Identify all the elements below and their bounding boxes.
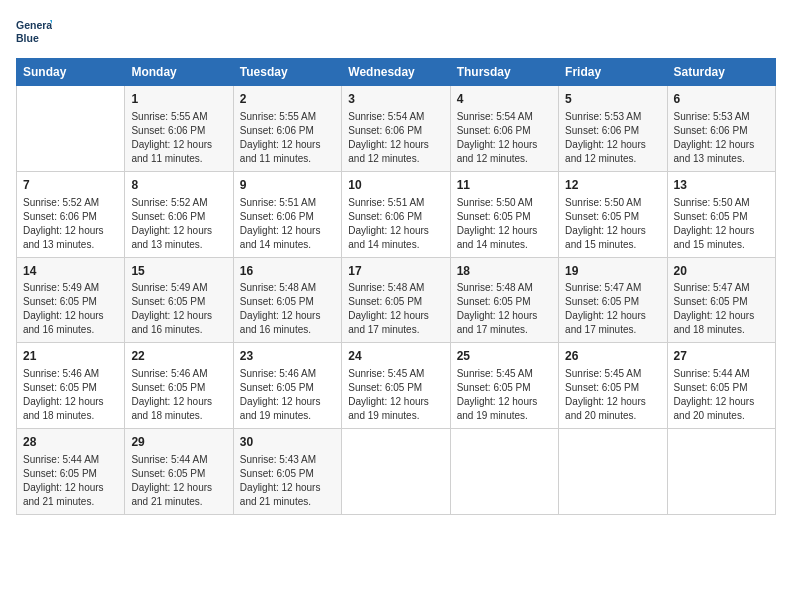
calendar-cell: 25Sunrise: 5:45 AM Sunset: 6:05 PM Dayli… [450,343,558,429]
logo-svg: General Blue [16,16,52,48]
header-cell: Wednesday [342,59,450,86]
day-info: Sunrise: 5:46 AM Sunset: 6:05 PM Dayligh… [23,367,118,423]
day-info: Sunrise: 5:45 AM Sunset: 6:05 PM Dayligh… [348,367,443,423]
day-info: Sunrise: 5:46 AM Sunset: 6:05 PM Dayligh… [131,367,226,423]
day-number: 12 [565,177,660,194]
calendar-cell: 17Sunrise: 5:48 AM Sunset: 6:05 PM Dayli… [342,257,450,343]
day-number: 26 [565,348,660,365]
day-info: Sunrise: 5:51 AM Sunset: 6:06 PM Dayligh… [240,196,335,252]
day-number: 21 [23,348,118,365]
calendar-cell: 21Sunrise: 5:46 AM Sunset: 6:05 PM Dayli… [17,343,125,429]
calendar-cell: 7Sunrise: 5:52 AM Sunset: 6:06 PM Daylig… [17,171,125,257]
day-info: Sunrise: 5:49 AM Sunset: 6:05 PM Dayligh… [23,281,118,337]
calendar-cell: 19Sunrise: 5:47 AM Sunset: 6:05 PM Dayli… [559,257,667,343]
calendar-cell: 23Sunrise: 5:46 AM Sunset: 6:05 PM Dayli… [233,343,341,429]
day-number: 16 [240,263,335,280]
calendar-cell: 13Sunrise: 5:50 AM Sunset: 6:05 PM Dayli… [667,171,775,257]
day-info: Sunrise: 5:51 AM Sunset: 6:06 PM Dayligh… [348,196,443,252]
day-info: Sunrise: 5:44 AM Sunset: 6:05 PM Dayligh… [23,453,118,509]
day-number: 5 [565,91,660,108]
calendar-cell [17,86,125,172]
day-number: 7 [23,177,118,194]
header-cell: Sunday [17,59,125,86]
calendar-cell: 29Sunrise: 5:44 AM Sunset: 6:05 PM Dayli… [125,429,233,515]
day-info: Sunrise: 5:48 AM Sunset: 6:05 PM Dayligh… [348,281,443,337]
calendar-cell: 15Sunrise: 5:49 AM Sunset: 6:05 PM Dayli… [125,257,233,343]
day-number: 13 [674,177,769,194]
day-number: 27 [674,348,769,365]
day-info: Sunrise: 5:54 AM Sunset: 6:06 PM Dayligh… [348,110,443,166]
day-number: 18 [457,263,552,280]
svg-text:General: General [16,19,52,31]
calendar-cell [667,429,775,515]
calendar-cell [559,429,667,515]
day-info: Sunrise: 5:55 AM Sunset: 6:06 PM Dayligh… [240,110,335,166]
day-info: Sunrise: 5:50 AM Sunset: 6:05 PM Dayligh… [674,196,769,252]
day-info: Sunrise: 5:45 AM Sunset: 6:05 PM Dayligh… [565,367,660,423]
day-info: Sunrise: 5:53 AM Sunset: 6:06 PM Dayligh… [565,110,660,166]
day-info: Sunrise: 5:47 AM Sunset: 6:05 PM Dayligh… [674,281,769,337]
calendar-cell: 24Sunrise: 5:45 AM Sunset: 6:05 PM Dayli… [342,343,450,429]
calendar-week-row: 21Sunrise: 5:46 AM Sunset: 6:05 PM Dayli… [17,343,776,429]
svg-text:Blue: Blue [16,32,39,44]
day-info: Sunrise: 5:53 AM Sunset: 6:06 PM Dayligh… [674,110,769,166]
header-cell: Tuesday [233,59,341,86]
day-info: Sunrise: 5:54 AM Sunset: 6:06 PM Dayligh… [457,110,552,166]
day-info: Sunrise: 5:55 AM Sunset: 6:06 PM Dayligh… [131,110,226,166]
calendar-cell: 12Sunrise: 5:50 AM Sunset: 6:05 PM Dayli… [559,171,667,257]
day-info: Sunrise: 5:43 AM Sunset: 6:05 PM Dayligh… [240,453,335,509]
calendar-cell: 14Sunrise: 5:49 AM Sunset: 6:05 PM Dayli… [17,257,125,343]
calendar-cell: 28Sunrise: 5:44 AM Sunset: 6:05 PM Dayli… [17,429,125,515]
day-number: 23 [240,348,335,365]
day-number: 22 [131,348,226,365]
day-number: 17 [348,263,443,280]
day-number: 9 [240,177,335,194]
day-number: 25 [457,348,552,365]
header-cell: Thursday [450,59,558,86]
calendar-cell: 6Sunrise: 5:53 AM Sunset: 6:06 PM Daylig… [667,86,775,172]
calendar-cell: 1Sunrise: 5:55 AM Sunset: 6:06 PM Daylig… [125,86,233,172]
day-number: 6 [674,91,769,108]
header-row: SundayMondayTuesdayWednesdayThursdayFrid… [17,59,776,86]
day-info: Sunrise: 5:47 AM Sunset: 6:05 PM Dayligh… [565,281,660,337]
calendar-cell: 8Sunrise: 5:52 AM Sunset: 6:06 PM Daylig… [125,171,233,257]
day-number: 10 [348,177,443,194]
day-info: Sunrise: 5:48 AM Sunset: 6:05 PM Dayligh… [240,281,335,337]
calendar-week-row: 7Sunrise: 5:52 AM Sunset: 6:06 PM Daylig… [17,171,776,257]
day-info: Sunrise: 5:46 AM Sunset: 6:05 PM Dayligh… [240,367,335,423]
calendar-cell: 5Sunrise: 5:53 AM Sunset: 6:06 PM Daylig… [559,86,667,172]
logo: General Blue [16,16,52,48]
day-number: 15 [131,263,226,280]
calendar-body: 1Sunrise: 5:55 AM Sunset: 6:06 PM Daylig… [17,86,776,515]
day-info: Sunrise: 5:49 AM Sunset: 6:05 PM Dayligh… [131,281,226,337]
day-info: Sunrise: 5:50 AM Sunset: 6:05 PM Dayligh… [457,196,552,252]
day-number: 14 [23,263,118,280]
calendar-week-row: 28Sunrise: 5:44 AM Sunset: 6:05 PM Dayli… [17,429,776,515]
calendar-header: SundayMondayTuesdayWednesdayThursdayFrid… [17,59,776,86]
calendar-cell: 20Sunrise: 5:47 AM Sunset: 6:05 PM Dayli… [667,257,775,343]
day-number: 29 [131,434,226,451]
day-number: 4 [457,91,552,108]
header: General Blue [16,16,776,48]
day-info: Sunrise: 5:52 AM Sunset: 6:06 PM Dayligh… [23,196,118,252]
calendar-week-row: 1Sunrise: 5:55 AM Sunset: 6:06 PM Daylig… [17,86,776,172]
calendar-cell: 11Sunrise: 5:50 AM Sunset: 6:05 PM Dayli… [450,171,558,257]
calendar-cell: 22Sunrise: 5:46 AM Sunset: 6:05 PM Dayli… [125,343,233,429]
day-number: 28 [23,434,118,451]
day-number: 1 [131,91,226,108]
header-cell: Friday [559,59,667,86]
calendar-cell: 27Sunrise: 5:44 AM Sunset: 6:05 PM Dayli… [667,343,775,429]
day-info: Sunrise: 5:44 AM Sunset: 6:05 PM Dayligh… [674,367,769,423]
calendar-cell: 3Sunrise: 5:54 AM Sunset: 6:06 PM Daylig… [342,86,450,172]
calendar-cell: 18Sunrise: 5:48 AM Sunset: 6:05 PM Dayli… [450,257,558,343]
day-number: 24 [348,348,443,365]
day-number: 3 [348,91,443,108]
calendar-cell [342,429,450,515]
day-number: 19 [565,263,660,280]
calendar-cell: 16Sunrise: 5:48 AM Sunset: 6:05 PM Dayli… [233,257,341,343]
day-info: Sunrise: 5:45 AM Sunset: 6:05 PM Dayligh… [457,367,552,423]
day-number: 2 [240,91,335,108]
header-cell: Saturday [667,59,775,86]
day-info: Sunrise: 5:52 AM Sunset: 6:06 PM Dayligh… [131,196,226,252]
day-number: 11 [457,177,552,194]
